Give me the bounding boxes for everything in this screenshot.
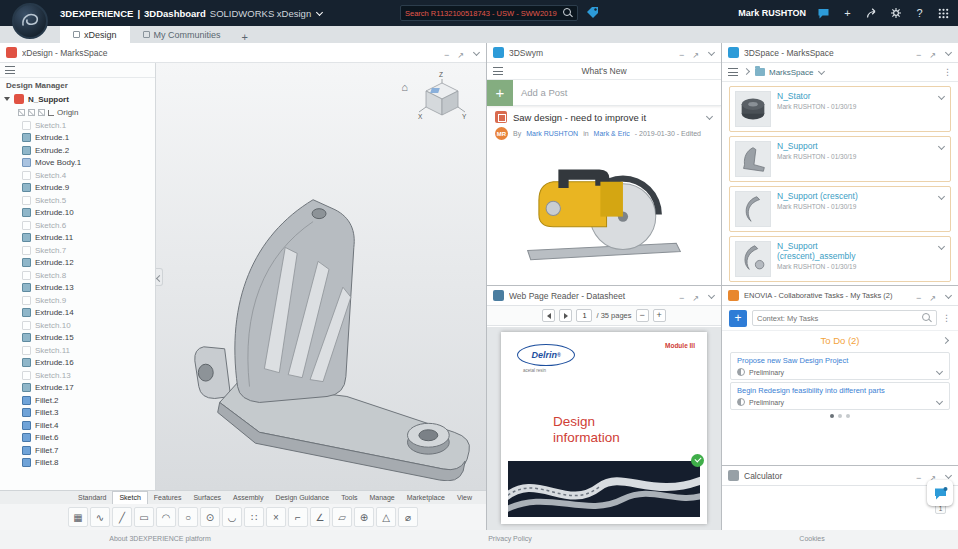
sketch-tool-icon[interactable]: △ [376, 507, 396, 527]
post-chevron-icon[interactable] [705, 113, 713, 121]
expand-icon[interactable] [929, 287, 936, 305]
tree-item[interactable]: Fillet.7 [0, 444, 155, 457]
sketch-tool-icon[interactable]: ⌀ [398, 507, 418, 527]
context-search-field[interactable] [752, 310, 937, 326]
more-options-icon[interactable]: ⋮ [942, 314, 951, 323]
sketch-tool-icon[interactable]: ∿ [90, 507, 110, 527]
tree-collapse-handle[interactable] [156, 268, 163, 286]
tree-item[interactable]: Extrude.15 [0, 332, 155, 345]
plane-yz-icon[interactable] [18, 109, 25, 116]
view-cube[interactable]: ⌂ Z X Y [401, 69, 470, 121]
tree-item[interactable]: Fillet.4 [0, 419, 155, 432]
plane-zx-icon[interactable] [28, 109, 35, 116]
community-link[interactable]: Mark & Eric [594, 130, 630, 137]
tree-item[interactable]: Sketch.1 [0, 119, 155, 132]
tree-item[interactable]: Extrude.17 [0, 382, 155, 395]
ribbon-tab[interactable]: View [451, 492, 478, 504]
tree-item[interactable]: Sketch.4 [0, 169, 155, 182]
tree-item[interactable]: Extrude.9 [0, 182, 155, 195]
prev-page-button[interactable] [542, 309, 555, 322]
tree-item[interactable]: Fillet.6 [0, 432, 155, 445]
collapse-chevron-icon[interactable] [944, 49, 952, 57]
apps-grid-icon[interactable] [937, 7, 950, 20]
sketch-tool-icon[interactable]: ▱ [332, 507, 352, 527]
tree-item[interactable]: Fillet.2 [0, 394, 155, 407]
task-title[interactable]: Begin Redesign feasibility into differen… [737, 386, 943, 395]
tab-my-communities[interactable]: My Communities [130, 26, 234, 43]
tree-origin-row[interactable]: Origin [0, 106, 155, 119]
tree-item[interactable]: Sketch.8 [0, 269, 155, 282]
space-item-n-support-assembly[interactable]: N_Support (crescent)_assembly Mark RUSHT… [729, 236, 951, 282]
sketch-tool-icon[interactable]: ╱ [112, 507, 132, 527]
task-chevron-icon[interactable] [935, 398, 943, 406]
tree-item[interactable]: Sketch.6 [0, 219, 155, 232]
post-header[interactable]: Saw design - need to improve it [487, 106, 721, 126]
avatar[interactable]: MR [495, 127, 508, 140]
expand-icon[interactable] [929, 44, 936, 62]
tree-options-icon[interactable] [5, 66, 15, 74]
expand-icon[interactable] [457, 44, 464, 62]
footer-cookies-link[interactable]: Cookies [762, 535, 862, 542]
sketch-tool-icon[interactable]: ▦ [68, 507, 88, 527]
ribbon-tab[interactable]: Design Guidance [269, 492, 335, 504]
item-chevron-icon[interactable] [937, 143, 945, 151]
footer-privacy-link[interactable]: Privacy Policy [430, 535, 590, 542]
chat-fab-button[interactable] [927, 480, 953, 506]
cad-viewport[interactable]: ⌂ Z X Y [156, 63, 486, 490]
ribbon-tab[interactable]: Surfaces [187, 492, 227, 504]
tree-item[interactable]: Sketch.13 [0, 369, 155, 382]
tree-root[interactable]: N_Support [0, 92, 155, 106]
item-name[interactable]: N_Stator [777, 91, 883, 101]
ribbon-tab[interactable]: Assembly [227, 492, 269, 504]
sketch-tool-icon[interactable]: ◡ [222, 507, 242, 527]
item-name[interactable]: N_Support (crescent)_assembly [777, 241, 883, 261]
share-icon[interactable] [865, 7, 878, 20]
task-card[interactable]: Propose new Saw Design Project Prelimina… [730, 352, 950, 380]
tree-item[interactable]: Sketch.7 [0, 244, 155, 257]
pagination-dots[interactable] [722, 414, 958, 418]
user-name[interactable]: Mark RUSHTON [738, 8, 806, 18]
menu-icon[interactable] [728, 68, 738, 76]
minimize-icon[interactable] [916, 44, 921, 62]
tree-item[interactable]: Extrude.14 [0, 307, 155, 320]
footer-about-link[interactable]: About 3DEXPERIENCE platform [60, 535, 260, 542]
minimize-icon[interactable] [679, 44, 684, 62]
context-search-input[interactable] [757, 314, 922, 323]
collapse-chevron-icon[interactable] [944, 472, 952, 480]
item-chevron-icon[interactable] [937, 93, 945, 101]
calculator-body[interactable]: + 1 [722, 486, 958, 529]
global-search[interactable] [400, 5, 578, 21]
plane-xy-icon[interactable] [38, 109, 45, 116]
search-icon[interactable] [922, 313, 932, 323]
item-name[interactable]: N_Support (crescent) [777, 191, 883, 201]
expand-right-icon[interactable] [942, 337, 950, 345]
tree-item[interactable]: Sketch.10 [0, 319, 155, 332]
tree-item[interactable]: Sketch.11 [0, 344, 155, 357]
tree-item[interactable]: Extrude.12 [0, 257, 155, 270]
menu-icon[interactable] [493, 67, 503, 75]
add-tab-button[interactable]: + [234, 31, 256, 43]
breadcrumb-label[interactable]: MarksSpace [769, 68, 813, 77]
tree-item[interactable]: Sketch.9 [0, 294, 155, 307]
dashboard-context[interactable]: SOLIDWORKS xDesign [210, 8, 311, 19]
ribbon-tab[interactable]: Marketplace [401, 492, 451, 504]
document-view[interactable]: Delrin® acetal resin Module III Design i… [487, 327, 721, 530]
post-image-saw[interactable] [487, 143, 721, 281]
add-post-field[interactable]: + Add a Post [487, 80, 721, 106]
tree-item[interactable]: Extrude.13 [0, 282, 155, 295]
task-title[interactable]: Propose new Saw Design Project [737, 356, 943, 365]
minimize-icon[interactable] [916, 467, 921, 485]
chevron-down-icon[interactable] [315, 9, 323, 17]
space-item-n-support[interactable]: N_Support Mark RUSHTON - 01/30/19 [729, 136, 951, 182]
more-options-icon[interactable]: ⋮ [943, 68, 952, 77]
3ds-compass-logo[interactable] [12, 3, 48, 39]
collapse-chevron-icon[interactable] [472, 49, 480, 57]
minimize-icon[interactable] [444, 44, 449, 62]
collapse-chevron-icon[interactable] [707, 292, 715, 300]
add-icon[interactable]: + [841, 7, 854, 20]
breadcrumb[interactable]: MarksSpace [743, 68, 938, 77]
item-name[interactable]: N_Support [777, 141, 883, 151]
tree-item[interactable]: Extrude.1 [0, 132, 155, 145]
expand-icon[interactable] [692, 44, 699, 62]
tree-item[interactable]: Extrude.11 [0, 232, 155, 245]
